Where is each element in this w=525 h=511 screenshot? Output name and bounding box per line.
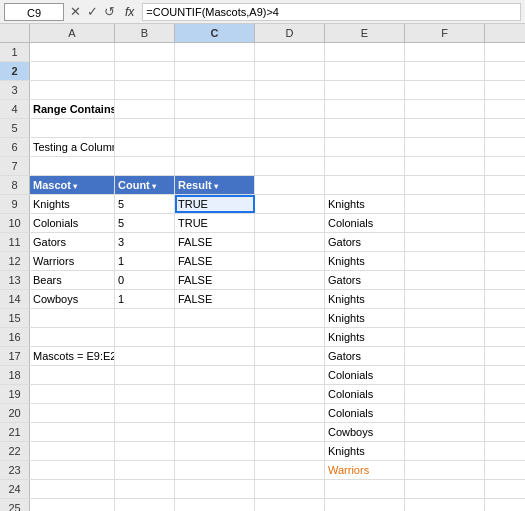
row-number[interactable]: 17 bbox=[0, 347, 30, 365]
cell-a22[interactable] bbox=[30, 442, 115, 460]
cell-d3[interactable] bbox=[255, 81, 325, 99]
cell-f14[interactable] bbox=[405, 290, 485, 308]
cell-d1[interactable] bbox=[255, 43, 325, 61]
cell-b13[interactable]: 0 bbox=[115, 271, 175, 289]
cell-a15[interactable] bbox=[30, 309, 115, 327]
cell-f13[interactable] bbox=[405, 271, 485, 289]
cell-c14[interactable]: FALSE bbox=[175, 290, 255, 308]
b-dropdown-arrow[interactable]: ▾ bbox=[152, 182, 156, 191]
cell-f11[interactable] bbox=[405, 233, 485, 251]
cell-a16[interactable] bbox=[30, 328, 115, 346]
cell-reference-box[interactable]: C9 bbox=[4, 3, 64, 21]
row-number[interactable]: 16 bbox=[0, 328, 30, 346]
cell-b6[interactable] bbox=[115, 138, 175, 156]
c-dropdown-arrow[interactable]: ▾ bbox=[214, 182, 218, 191]
cell-c12[interactable]: FALSE bbox=[175, 252, 255, 270]
cancel-icon[interactable]: ✕ bbox=[68, 4, 83, 19]
row-number[interactable]: 20 bbox=[0, 404, 30, 422]
cell-f23[interactable] bbox=[405, 461, 485, 479]
cell-f24[interactable] bbox=[405, 480, 485, 498]
cell-c3[interactable] bbox=[175, 81, 255, 99]
cell-a2[interactable] bbox=[30, 62, 115, 80]
cell-c13[interactable]: FALSE bbox=[175, 271, 255, 289]
cell-b16[interactable] bbox=[115, 328, 175, 346]
cell-a9[interactable]: Knights bbox=[30, 195, 115, 213]
cell-b18[interactable] bbox=[115, 366, 175, 384]
cell-f20[interactable] bbox=[405, 404, 485, 422]
row-number[interactable]: 4 bbox=[0, 100, 30, 118]
cell-b25[interactable] bbox=[115, 499, 175, 511]
cell-a3[interactable] bbox=[30, 81, 115, 99]
cell-a17[interactable]: Mascots = E9:E23 bbox=[30, 347, 115, 365]
cell-e14[interactable]: Knights bbox=[325, 290, 405, 308]
cell-d16[interactable] bbox=[255, 328, 325, 346]
cell-b22[interactable] bbox=[115, 442, 175, 460]
cell-f12[interactable] bbox=[405, 252, 485, 270]
cell-e19[interactable]: Colonials bbox=[325, 385, 405, 403]
cell-e17[interactable]: Gators bbox=[325, 347, 405, 365]
cell-e22[interactable]: Knights bbox=[325, 442, 405, 460]
cell-a5[interactable] bbox=[30, 119, 115, 137]
row-number[interactable]: 13 bbox=[0, 271, 30, 289]
cell-a6[interactable]: Testing a Column to See if it Contains a… bbox=[30, 138, 115, 156]
cell-f8[interactable] bbox=[405, 176, 485, 194]
cell-c7[interactable] bbox=[175, 157, 255, 175]
cell-e12[interactable]: Knights bbox=[325, 252, 405, 270]
col-header-e[interactable]: E bbox=[325, 24, 405, 42]
cell-d8[interactable] bbox=[255, 176, 325, 194]
cell-f22[interactable] bbox=[405, 442, 485, 460]
row-number[interactable]: 1 bbox=[0, 43, 30, 61]
cell-e7[interactable] bbox=[325, 157, 405, 175]
cell-a18[interactable] bbox=[30, 366, 115, 384]
cell-a23[interactable] bbox=[30, 461, 115, 479]
row-number[interactable]: 14 bbox=[0, 290, 30, 308]
cell-b5[interactable] bbox=[115, 119, 175, 137]
row-number[interactable]: 2 bbox=[0, 62, 30, 80]
cell-e1[interactable] bbox=[325, 43, 405, 61]
cell-c23[interactable] bbox=[175, 461, 255, 479]
cell-b14[interactable]: 1 bbox=[115, 290, 175, 308]
cell-f25[interactable] bbox=[405, 499, 485, 511]
cell-a4[interactable]: Range Contains Specific Value bbox=[30, 100, 115, 118]
cell-a10[interactable]: Colonials bbox=[30, 214, 115, 232]
cell-a7[interactable] bbox=[30, 157, 115, 175]
cell-c1[interactable] bbox=[175, 43, 255, 61]
cell-e16[interactable]: Knights bbox=[325, 328, 405, 346]
cell-b23[interactable] bbox=[115, 461, 175, 479]
row-number[interactable]: 23 bbox=[0, 461, 30, 479]
row-number[interactable]: 24 bbox=[0, 480, 30, 498]
cell-e3[interactable] bbox=[325, 81, 405, 99]
row-number[interactable]: 25 bbox=[0, 499, 30, 511]
cell-c8[interactable]: Result▾ bbox=[175, 176, 255, 194]
row-number[interactable]: 11 bbox=[0, 233, 30, 251]
cell-e9[interactable]: Knights bbox=[325, 195, 405, 213]
cell-a20[interactable] bbox=[30, 404, 115, 422]
cell-a1[interactable] bbox=[30, 43, 115, 61]
cell-e24[interactable] bbox=[325, 480, 405, 498]
cell-e4[interactable] bbox=[325, 100, 405, 118]
cell-d23[interactable] bbox=[255, 461, 325, 479]
cell-c19[interactable] bbox=[175, 385, 255, 403]
cell-e18[interactable]: Colonials bbox=[325, 366, 405, 384]
cell-e13[interactable]: Gators bbox=[325, 271, 405, 289]
formula-input[interactable]: =COUNTIF(Mascots,A9)>4 bbox=[142, 3, 521, 21]
cell-c9[interactable]: TRUE bbox=[175, 195, 255, 213]
cell-c24[interactable] bbox=[175, 480, 255, 498]
cell-c18[interactable] bbox=[175, 366, 255, 384]
cell-f17[interactable] bbox=[405, 347, 485, 365]
cell-a19[interactable] bbox=[30, 385, 115, 403]
row-number[interactable]: 5 bbox=[0, 119, 30, 137]
cell-d24[interactable] bbox=[255, 480, 325, 498]
a-dropdown-arrow[interactable]: ▾ bbox=[73, 182, 77, 191]
cell-b20[interactable] bbox=[115, 404, 175, 422]
cell-d10[interactable] bbox=[255, 214, 325, 232]
cell-a21[interactable] bbox=[30, 423, 115, 441]
cell-d2[interactable] bbox=[255, 62, 325, 80]
cell-b2[interactable] bbox=[115, 62, 175, 80]
row-number[interactable]: 18 bbox=[0, 366, 30, 384]
col-header-a[interactable]: A bbox=[30, 24, 115, 42]
cell-b17[interactable] bbox=[115, 347, 175, 365]
cell-c16[interactable] bbox=[175, 328, 255, 346]
cell-a13[interactable]: Bears bbox=[30, 271, 115, 289]
cell-b21[interactable] bbox=[115, 423, 175, 441]
